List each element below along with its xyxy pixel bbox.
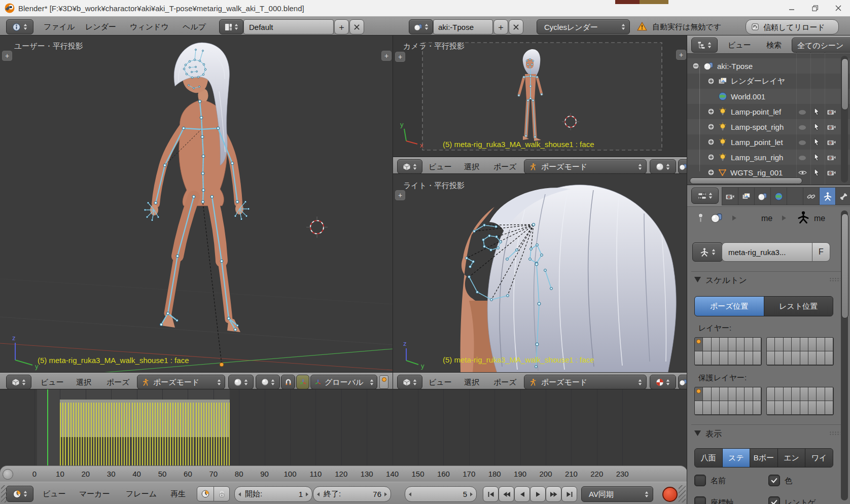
resize-grip[interactable] — [679, 485, 686, 502]
editor-type-properties-button[interactable] — [691, 188, 719, 204]
tab-bone[interactable] — [836, 188, 850, 205]
bone-layer-toggle[interactable] — [817, 387, 825, 401]
expand-icon[interactable] — [707, 123, 715, 130]
light-matcap-dropdown[interactable] — [650, 375, 676, 389]
bone-layer-toggle[interactable] — [817, 351, 825, 365]
tab-render-layers[interactable] — [738, 188, 755, 205]
bone-layer-toggle[interactable] — [825, 401, 833, 415]
user-pivot-dropdown[interactable] — [256, 375, 280, 389]
armature-name-field[interactable]: meta-rig_ruka3... — [722, 242, 813, 262]
bone-layer-toggle[interactable] — [728, 351, 736, 365]
lock-frame-toggle[interactable] — [214, 486, 230, 501]
bone-layer-toggle[interactable] — [712, 401, 720, 415]
bone-layer-toggle[interactable] — [720, 338, 728, 351]
light-mode-dropdown[interactable]: ポーズモード — [524, 375, 647, 389]
jump-to-start-button[interactable] — [483, 486, 499, 502]
current-frame-playhead[interactable] — [47, 389, 48, 465]
light-menu-pose[interactable]: ポーズ — [493, 378, 517, 386]
skeleton-panel-title[interactable]: スケルトン — [705, 275, 747, 286]
drawtype-wire-button[interactable]: ワイ — [805, 449, 833, 467]
drawtype-envelope-button[interactable]: エン — [778, 449, 806, 467]
menu-file[interactable]: ファイル — [44, 23, 75, 30]
bone-layer-toggle[interactable] — [784, 387, 792, 401]
camera-menu-select[interactable]: 選択 — [464, 163, 479, 170]
pin-icon[interactable] — [696, 212, 705, 223]
bone-layer-toggle[interactable] — [745, 401, 753, 415]
bone-layer-toggle[interactable] — [775, 351, 783, 365]
tab-constraints[interactable] — [803, 188, 820, 205]
outliner-menu-view[interactable]: ビュー — [728, 41, 751, 49]
bone-layer-toggle[interactable] — [784, 338, 792, 351]
bone-layer-toggle[interactable] — [817, 338, 825, 351]
user-menu-view[interactable]: ビュー — [41, 378, 64, 386]
camera-menu-view[interactable]: ビュー — [429, 163, 452, 170]
breadcrumb-object-name[interactable]: me — [761, 214, 772, 223]
bone-layer-toggle[interactable] — [720, 387, 728, 401]
properties-shelf-expand-button[interactable]: + — [676, 50, 686, 60]
collapse-icon[interactable] — [692, 62, 699, 69]
axes-checkbox[interactable] — [694, 496, 706, 504]
toolshelf-expand-button[interactable]: + — [2, 51, 12, 61]
outliner-row-renderlayers[interactable]: レンダーレイヤ — [687, 74, 850, 89]
editor-type-timeline-button[interactable] — [6, 486, 33, 502]
scene-name-field[interactable]: aki:-Tpose — [433, 19, 493, 34]
outliner-editor[interactable]: ビュー 検索 全てのシーン aki:-Tpose レンダーレイヤ World.0… — [687, 35, 850, 185]
resize-grip[interactable] — [1, 485, 7, 502]
bone-layer-toggle[interactable] — [703, 338, 711, 351]
bone-layer-toggle[interactable] — [703, 401, 711, 415]
user-manipulator-button[interactable] — [296, 375, 309, 389]
outliner-row-world[interactable]: World.001 — [687, 89, 850, 104]
outliner-row-lamp[interactable]: Lamp-spot_righ — [687, 119, 850, 134]
increment-arrow-icon[interactable] — [306, 492, 308, 496]
tab-render[interactable] — [722, 188, 738, 205]
expand-icon[interactable] — [707, 78, 715, 85]
timeline-menu-play[interactable]: 再生 — [170, 490, 186, 497]
viewport-camera[interactable]: y x カメラ・平行投影 (5) meta-rig_ruka3_MA_walk_… — [393, 35, 687, 157]
bone-layer-toggle[interactable] — [825, 387, 833, 401]
reload-trusted-button[interactable]: 信頼してリロード — [746, 19, 839, 34]
timeline-ruler[interactable]: 0102030405060708090100110120130140150160… — [0, 465, 687, 483]
bone-layer-toggle[interactable] — [808, 338, 817, 351]
selectability-arrow-icon[interactable] — [812, 168, 821, 177]
render-engine-dropdown[interactable]: Cyclesレンダー — [537, 19, 630, 34]
menu-render[interactable]: レンダー — [85, 23, 116, 30]
frame-end-field[interactable]: 終了: 76 — [313, 486, 391, 502]
render-visibility-dot[interactable] — [799, 125, 806, 130]
camera-clipped-button[interactable] — [678, 159, 688, 174]
visibility-eye-icon[interactable] — [798, 170, 807, 175]
bone-layer-toggle[interactable] — [753, 338, 761, 351]
render-visibility-dot[interactable] — [799, 110, 806, 115]
tab-armature[interactable] — [820, 188, 836, 205]
camera-menu-pose[interactable]: ポーズ — [493, 163, 517, 170]
increment-arrow-icon[interactable] — [470, 492, 473, 496]
expand-icon[interactable] — [707, 108, 715, 115]
bone-layer-toggle[interactable] — [808, 351, 817, 365]
armature-id-icon-button[interactable] — [692, 242, 723, 262]
bone-layer-toggle[interactable] — [825, 338, 833, 351]
timeline-editor[interactable]: 0102030405060708090100110120130140150160… — [0, 389, 687, 504]
scene-selector-icon-button[interactable] — [409, 19, 433, 34]
current-frame-field[interactable]: 5 — [405, 486, 477, 502]
outliner-row-lamp[interactable]: Lamp-point_lef — [687, 104, 850, 119]
bone-layer-toggle[interactable] — [736, 338, 745, 351]
menu-window[interactable]: ウィンドウ — [130, 23, 169, 30]
add-layout-button[interactable]: ＋ — [334, 19, 349, 34]
drawtype-bbone-button[interactable]: Bボー — [750, 449, 778, 467]
editor-type-3dview-button[interactable] — [397, 375, 422, 389]
breadcrumb-data-name[interactable]: me — [814, 214, 825, 223]
bone-layer-toggle[interactable] — [775, 401, 783, 415]
restore-button[interactable] — [803, 0, 827, 16]
use-preview-range-toggle[interactable] — [197, 486, 214, 501]
delete-scene-button[interactable] — [509, 19, 523, 34]
bone-layer-toggle[interactable] — [775, 387, 783, 401]
play-reverse-button[interactable] — [514, 486, 530, 502]
bone-layer-toggle[interactable] — [784, 351, 792, 365]
bone-layer-toggle[interactable] — [753, 351, 761, 365]
outliner-row-lamp[interactable]: Lamp_sun_righ — [687, 150, 850, 165]
bone-layer-toggle[interactable] — [808, 401, 817, 415]
bone-layer-toggle[interactable] — [712, 338, 720, 351]
timeline-menu-marker[interactable]: マーカー — [79, 490, 110, 497]
toolshelf-expand-button[interactable]: + — [395, 52, 405, 62]
av-sync-dropdown[interactable]: AV同期 — [581, 486, 653, 502]
xray-checkbox[interactable] — [768, 496, 780, 504]
